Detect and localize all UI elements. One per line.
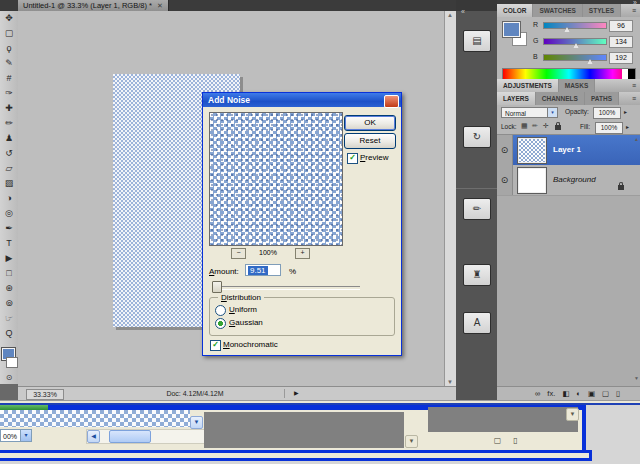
red-slider[interactable] — [543, 22, 607, 29]
move-tool[interactable]: ✥ — [0, 11, 18, 26]
blend-mode-select[interactable]: Normal ▾ — [501, 107, 558, 118]
opacity-flyout-icon[interactable]: ▸ — [624, 108, 627, 115]
red-value-field[interactable]: 96 — [609, 20, 633, 32]
chevron-down-icon[interactable]: ▾ — [20, 430, 31, 441]
underlying-zoom-select[interactable]: 00% ▾ — [0, 429, 32, 442]
quick-mask-icon[interactable]: ⊙ — [0, 373, 18, 382]
layer-style-icon[interactable]: fx. — [547, 387, 555, 400]
layer-row-layer1[interactable]: ⊙ Layer 1 — [497, 135, 640, 165]
dodge-tool[interactable]: ◎ — [0, 206, 18, 221]
panel-menu-icon[interactable]: ≡ — [632, 4, 640, 17]
pen-tool[interactable]: ✒ — [0, 221, 18, 236]
scroll-up-icon[interactable]: ▲ — [447, 12, 453, 18]
brushes-panel-icon[interactable]: ✏ — [463, 198, 491, 220]
tab-masks[interactable]: MASKS — [559, 79, 595, 92]
layer-name[interactable]: Background — [553, 165, 596, 195]
lock-paint-icon[interactable]: ✏ — [532, 122, 538, 130]
gradient-tool[interactable]: ▨ — [0, 176, 18, 191]
scroll-down-icon[interactable]: ▼ — [405, 435, 418, 448]
eyedropper-tool[interactable]: ✑ — [0, 86, 18, 101]
scroll-down-icon[interactable]: ▼ — [566, 408, 579, 421]
panel-menu-icon[interactable]: ≡ — [632, 92, 640, 105]
amount-slider-thumb[interactable] — [212, 281, 222, 293]
amount-input[interactable]: 9.51 — [245, 264, 281, 276]
fill-flyout-icon[interactable]: ▸ — [626, 123, 629, 130]
adjustment-layer-icon[interactable]: ◐ — [576, 387, 581, 400]
black-swatch[interactable] — [628, 69, 635, 79]
uniform-radio[interactable] — [215, 305, 226, 316]
tab-styles[interactable]: STYLES — [583, 4, 621, 17]
scroll-up-icon[interactable]: ▲ — [634, 136, 639, 142]
reset-button[interactable]: Reset — [344, 133, 396, 149]
healing-brush-tool[interactable]: ✚ — [0, 101, 18, 116]
amount-slider-track[interactable] — [212, 286, 360, 290]
document-tab-close-icon[interactable]: ✕ — [157, 0, 163, 11]
green-slider-thumb[interactable] — [573, 43, 579, 48]
new-layer-icon[interactable]: ▢ — [492, 435, 503, 446]
clone-source-panel-icon[interactable]: ♜ — [463, 264, 491, 286]
panel-foreground-swatch[interactable] — [503, 22, 520, 37]
zoom-in-button[interactable]: + — [295, 248, 310, 259]
type-tool[interactable]: T — [0, 236, 18, 251]
document-tab[interactable]: Untitled-1 @ 33.3% (Layer 1, RGB/8) * ✕ — [18, 0, 169, 11]
scroll-down-icon[interactable]: ▼ — [634, 375, 639, 381]
marquee-tool[interactable]: ▢ — [0, 26, 18, 41]
layer-name[interactable]: Layer 1 — [553, 135, 581, 165]
layer-thumbnail[interactable] — [518, 138, 546, 163]
brush-tool[interactable]: ✏ — [0, 116, 18, 131]
blur-tool[interactable]: ◑ — [0, 191, 18, 206]
crop-tool[interactable]: # — [0, 71, 18, 86]
eye-icon[interactable]: ⊙ — [497, 165, 513, 195]
gaussian-radio[interactable] — [215, 318, 226, 329]
ok-button[interactable]: OK — [344, 115, 396, 131]
fill-field[interactable]: 100% — [595, 122, 623, 134]
background-color-swatch[interactable] — [6, 357, 18, 368]
character-panel-icon[interactable]: A — [463, 312, 491, 334]
scroll-down-icon[interactable]: ▼ — [190, 416, 203, 429]
zoom-out-button[interactable]: − — [231, 248, 246, 259]
uniform-label[interactable]: Uniform — [229, 305, 257, 314]
delete-layer-icon[interactable]: ▯ — [616, 387, 620, 400]
history-panel-icon[interactable]: ↻ — [463, 126, 491, 148]
lock-move-icon[interactable]: ✛ — [543, 122, 549, 130]
shape-tool[interactable]: □ — [0, 266, 18, 281]
tab-paths[interactable]: PATHS — [585, 92, 619, 105]
blue-slider[interactable] — [543, 54, 607, 61]
lock-transparency-icon[interactable]: ▦ — [521, 122, 528, 130]
opacity-field[interactable]: 100% — [593, 107, 621, 119]
zoom-tool[interactable]: Q — [0, 326, 18, 341]
3d-rotate-tool[interactable]: ⊛ — [0, 281, 18, 296]
blue-value-field[interactable]: 192 — [609, 52, 633, 64]
tab-swatches[interactable]: SWATCHES — [533, 4, 582, 17]
red-slider-thumb[interactable] — [564, 27, 570, 32]
noise-preview-image[interactable] — [209, 112, 343, 246]
link-layers-icon[interactable]: ∞ — [535, 387, 540, 400]
green-value-field[interactable]: 134 — [609, 36, 633, 48]
preview-checkbox[interactable]: ✓ — [347, 153, 358, 164]
history-brush-tool[interactable]: ↺ — [0, 146, 18, 161]
tab-channels[interactable]: CHANNELS — [536, 92, 585, 105]
quick-selection-tool[interactable]: ✎ — [0, 56, 18, 71]
add-mask-icon[interactable]: ◧ — [562, 387, 569, 400]
collapse-dock-icon[interactable]: « — [461, 8, 465, 15]
close-icon[interactable] — [384, 95, 399, 108]
blue-slider-thumb[interactable] — [587, 59, 593, 64]
scrollbar-thumb[interactable] — [109, 430, 151, 443]
gaussian-label[interactable]: Gaussian — [229, 318, 263, 327]
scroll-left-icon[interactable]: ◀ — [87, 430, 100, 443]
status-flyout-icon[interactable]: ▶ — [294, 389, 299, 396]
eye-icon[interactable]: ⊙ — [497, 135, 513, 165]
panel-menu-icon[interactable]: ≡ — [632, 79, 640, 92]
scroll-down-icon[interactable]: ▼ — [447, 379, 453, 385]
new-group-icon[interactable]: ▣ — [588, 387, 595, 400]
eraser-tool[interactable]: ▱ — [0, 161, 18, 176]
delete-layer-icon[interactable]: ▯ — [510, 435, 521, 446]
tab-color[interactable]: COLOR — [497, 4, 533, 17]
layer-thumbnail[interactable] — [518, 168, 546, 193]
layer-row-background[interactable]: ⊙ Background — [497, 165, 640, 196]
status-zoom-field[interactable]: 33.33% — [26, 389, 64, 400]
dialog-title-bar[interactable]: Add Noise — [203, 93, 401, 107]
hand-tool[interactable]: ☞ — [0, 311, 18, 326]
clone-stamp-tool[interactable]: ♟ — [0, 131, 18, 146]
chevron-down-icon[interactable]: ▾ — [547, 108, 557, 117]
